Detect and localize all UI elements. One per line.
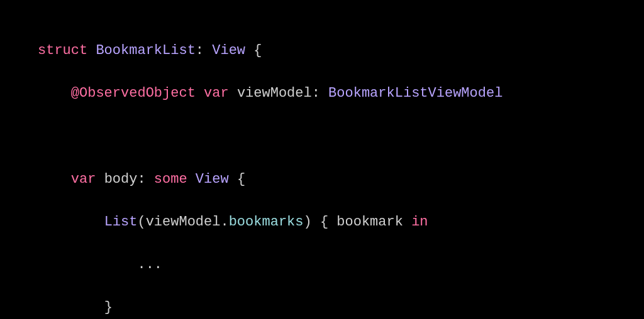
keyword-var: var [71,171,96,187]
property: bookmarks [229,214,304,230]
paren: ) [304,214,312,230]
type-name: View [196,171,229,187]
code-line: @ObservedObject var viewModel: BookmarkL… [38,83,606,104]
brace-open: { [237,171,245,187]
code-line: ... [38,254,606,276]
paren: ( [137,214,145,230]
dot: . [220,214,228,230]
brace-open: { [253,43,262,58]
colon: : [137,171,145,187]
blank-line [38,126,606,147]
protocol-name: View [212,43,245,58]
code-line: } [38,297,606,318]
keyword-struct: struct [38,43,87,58]
code-line: List(viewModel.bookmarks) { bookmark in [38,212,606,233]
type-name: BookmarkListViewModel [328,85,502,101]
brace-close: } [104,300,113,315]
brace-open: { [320,214,328,230]
colon: : [196,43,204,58]
identifier: body [104,171,138,187]
code-block: struct BookmarkList: View { @ObservedObj… [38,19,606,319]
colon: : [312,85,320,101]
identifier: viewModel [146,214,221,230]
code-line: struct BookmarkList: View { [38,40,606,62]
closure-param: bookmark [336,214,403,230]
keyword-in: in [411,214,428,230]
identifier: viewModel [237,85,312,101]
keyword-some: some [154,171,187,187]
attribute: @ObservedObject [71,85,196,101]
code-line: var body: some View { [38,169,606,190]
keyword-var: var [204,85,229,101]
ellipsis: ... [137,257,162,273]
type-name: BookmarkList [96,43,195,58]
type-name: List [104,214,138,230]
